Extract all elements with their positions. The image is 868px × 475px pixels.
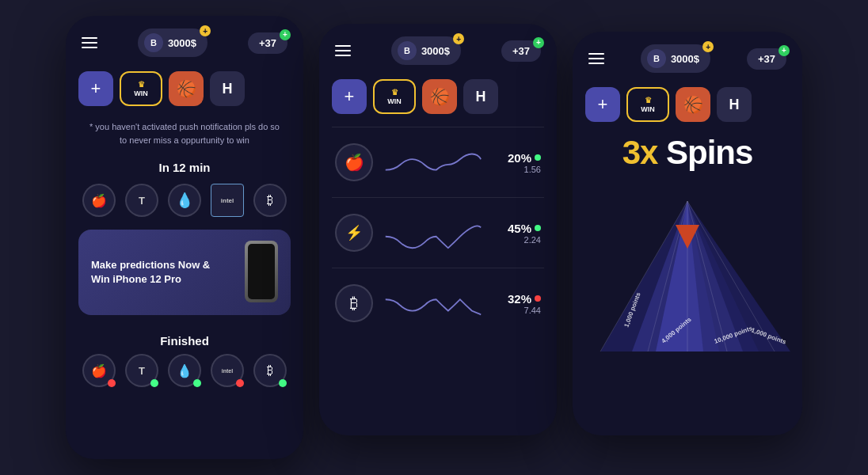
crown-icon-2: ♛ xyxy=(391,88,398,97)
balance-badge: B 3000$ + xyxy=(138,28,207,57)
chart-bitcoin-line xyxy=(383,284,484,322)
chart-apple-icon[interactable]: 🍎 xyxy=(335,143,373,181)
win-label-2: WIN xyxy=(387,97,402,105)
h-tab-3[interactable]: H xyxy=(717,87,752,122)
points-badge-2: +37 + xyxy=(501,40,541,62)
points-badge-3: +37 + xyxy=(747,48,786,70)
header-2: B 3000$ + +37 + xyxy=(319,24,557,73)
nav-tabs-1: + ♛ WIN 🏀 H xyxy=(66,65,303,112)
win-tab[interactable]: ♛ WIN xyxy=(120,71,162,106)
finished-intel[interactable]: intel xyxy=(211,354,244,387)
promo-text: Make predictions Now & Win iPhone 12 Pro xyxy=(91,258,230,287)
points-plus-icon-3: + xyxy=(779,45,790,56)
nav-tabs-2: + ♛ WIN 🏀 H xyxy=(319,73,557,120)
balance-plus-icon: + xyxy=(200,25,211,36)
tesla-trend-dot xyxy=(535,225,541,231)
spin-wheel[interactable]: 1,000 points 4,000 points 10,000 points … xyxy=(584,177,790,352)
promo-phone-image xyxy=(230,241,278,304)
win-tab-3[interactable]: ♛ WIN xyxy=(626,87,669,122)
promo-banner[interactable]: Make predictions Now & Win iPhone 12 Pro xyxy=(78,230,291,315)
divider-2 xyxy=(332,197,544,198)
stocks-row: 🍎 T 💧 intel ₿ xyxy=(66,184,303,230)
stock-droplet[interactable]: 💧 xyxy=(168,184,201,217)
tesla-percent-val: 45% xyxy=(508,222,531,235)
chart-apple-percent: 20% 1.56 xyxy=(493,151,541,174)
phone-screen-2: B 3000$ + +37 + + ♛ WIN 🏀 H 🍎 20% xyxy=(319,24,557,435)
ball-tab-3[interactable]: 🏀 xyxy=(676,87,710,122)
spins-text: Spins xyxy=(666,134,752,171)
add-tab-2[interactable]: + xyxy=(332,79,367,114)
finished-tesla[interactable]: T xyxy=(125,354,158,387)
balance-plus-icon-2: + xyxy=(453,33,464,44)
stock-tesla[interactable]: T xyxy=(125,184,158,217)
points-value-2: +37 xyxy=(512,45,530,57)
phone-screen-3: B 3000$ + +37 + + ♛ WIN 🏀 H 3x Spins xyxy=(573,32,802,435)
stock-apple[interactable]: 🍎 xyxy=(82,184,116,217)
ball-tab-2[interactable]: 🏀 xyxy=(422,79,457,114)
apple-multiplier: 1.56 xyxy=(524,165,541,174)
balance-b-icon: B xyxy=(144,33,163,52)
win-tab-2[interactable]: ♛ WIN xyxy=(373,79,416,114)
chart-row-tesla: ⚡ 45% 2.24 xyxy=(319,204,557,261)
menu-icon-2[interactable] xyxy=(335,45,351,56)
spins-multiplier: 3x xyxy=(622,134,658,171)
h-tab[interactable]: H xyxy=(210,71,245,106)
header-3: B 3000$ + +37 + xyxy=(573,32,802,81)
balance-b-icon-2: B xyxy=(398,41,417,60)
stock-intel[interactable]: intel xyxy=(211,184,244,217)
header-1: B 3000$ + +37 + xyxy=(66,16,303,65)
win-label: WIN xyxy=(134,89,148,97)
bitcoin-multiplier: 7.44 xyxy=(524,306,541,315)
spins-container: 3x Spins xyxy=(573,128,802,352)
menu-icon[interactable] xyxy=(82,37,97,48)
points-value: +37 xyxy=(259,37,276,49)
balance-plus-icon-3: + xyxy=(702,41,714,52)
chart-tesla-line xyxy=(383,214,484,252)
bitcoin-percent-val: 32% xyxy=(508,292,531,306)
spins-title: 3x Spins xyxy=(622,136,753,169)
divider-3 xyxy=(332,268,544,268)
phone-screen-1: B 3000$ + +37 + + ♛ WIN 🏀 H * you haven'… xyxy=(66,16,303,459)
apple-percent-val: 20% xyxy=(508,151,531,165)
balance-b-icon-3: B xyxy=(647,49,666,68)
points-plus-icon-2: + xyxy=(533,37,544,48)
win-label-3: WIN xyxy=(641,105,655,113)
tesla-multiplier: 2.24 xyxy=(524,235,541,245)
chart-bitcoin-icon[interactable]: ₿ xyxy=(335,284,373,322)
finished-bitcoin[interactable]: ₿ xyxy=(253,354,287,387)
chart-tesla-percent: 45% 2.24 xyxy=(493,222,541,245)
balance-badge-3: B 3000$ + xyxy=(641,44,710,73)
points-plus-icon: + xyxy=(280,29,291,40)
push-notice: * you haven't activated push notificatio… xyxy=(66,112,303,154)
ball-tab[interactable]: 🏀 xyxy=(169,71,204,106)
chart-bitcoin-percent: 32% 7.44 xyxy=(493,292,541,315)
add-tab[interactable]: + xyxy=(78,71,113,106)
points-value-3: +37 xyxy=(758,53,775,65)
h-tab-2[interactable]: H xyxy=(463,79,498,114)
stock-bitcoin[interactable]: ₿ xyxy=(253,184,287,217)
balance-amount: 3000$ xyxy=(168,37,196,49)
balance-badge-2: B 3000$ + xyxy=(391,36,461,65)
apple-trend-dot xyxy=(535,154,541,161)
nav-tabs-3: + ♛ WIN 🏀 H xyxy=(573,81,802,128)
chart-row-apple: 🍎 20% 1.56 xyxy=(319,134,557,191)
finished-row: 🍎 T 💧 intel ₿ xyxy=(66,354,303,387)
divider-1 xyxy=(332,127,544,127)
points-badge: +37 + xyxy=(248,32,287,54)
balance-amount-2: 3000$ xyxy=(421,45,450,57)
finished-droplet[interactable]: 💧 xyxy=(168,354,201,387)
menu-icon-3[interactable] xyxy=(588,53,604,64)
chart-tesla-icon[interactable]: ⚡ xyxy=(335,214,373,252)
finished-apple[interactable]: 🍎 xyxy=(82,354,116,387)
add-tab-3[interactable]: + xyxy=(585,87,620,122)
finished-label: Finished xyxy=(66,328,303,354)
crown-icon-3: ♛ xyxy=(645,96,652,104)
chart-row-bitcoin: ₿ 32% 7.44 xyxy=(319,275,557,332)
crown-icon: ♛ xyxy=(138,80,145,89)
balance-amount-3: 3000$ xyxy=(671,53,699,65)
bitcoin-trend-dot xyxy=(535,295,541,302)
chart-apple-line xyxy=(383,143,484,181)
time-label: In 12 min xyxy=(66,154,303,184)
